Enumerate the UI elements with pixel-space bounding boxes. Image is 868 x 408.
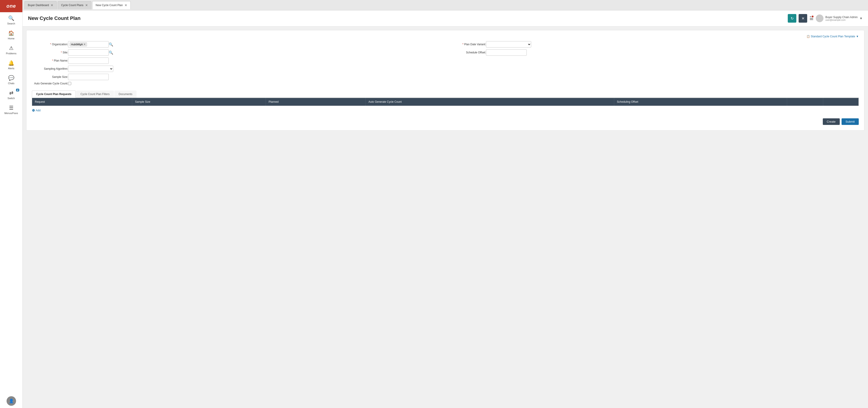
requests-table-container: Request Sample Size Planned Auto Generat… xyxy=(32,98,859,106)
sidebar-item-label-menus: Menus/Favs xyxy=(4,112,18,115)
template-link[interactable]: 📋 Standard Cycle Count Plan Template ▼ xyxy=(32,35,859,38)
content-area: 📋 Standard Cycle Count Plan Template ▼ *… xyxy=(23,27,868,408)
tab-label-buyer-dashboard: Buyer Dashboard xyxy=(28,4,49,7)
inner-tabs: Cycle Count Plan Requests Cycle Count Pl… xyxy=(32,90,859,98)
tab-close-cycle-count-plans[interactable]: ✕ xyxy=(85,3,88,7)
tab-label-cycle-count-plans: Cycle Count Plans xyxy=(61,4,84,7)
app-logo: one xyxy=(0,0,22,12)
notification-dot xyxy=(811,15,814,18)
site-label: * Site: xyxy=(32,51,68,54)
sample-size-input[interactable] xyxy=(68,74,109,80)
user-avatar-sidebar[interactable]: 👤 xyxy=(6,396,16,406)
plan-name-input[interactable] xyxy=(68,57,109,64)
hamburger-button[interactable]: ☰ xyxy=(809,16,813,21)
schedule-offset-input[interactable] xyxy=(486,49,527,56)
user-dropdown-button[interactable]: ▼ xyxy=(860,17,863,20)
bell-icon: 🔔 xyxy=(8,60,14,66)
org-tag-remove[interactable]: ✕ xyxy=(84,43,86,46)
site-required-star: * xyxy=(61,51,62,54)
site-search-button[interactable]: 🔍 xyxy=(109,51,113,55)
page-title: New Cycle Count Plan xyxy=(28,16,81,21)
col-scheduling-offset: Scheduling Offset xyxy=(614,98,787,106)
sidebar-item-label-search: Search xyxy=(7,22,15,25)
template-dropdown-icon: ▼ xyxy=(856,35,859,38)
pdv-required-star: * xyxy=(462,43,463,46)
sampling-algorithm-select[interactable] xyxy=(68,66,113,72)
tab-label-new-cycle-count-plan: New Cycle Count Plan xyxy=(96,4,123,7)
tab-cycle-count-plans[interactable]: Cycle Count Plans ✕ xyxy=(58,1,91,9)
organization-tag-input[interactable]: Hub6MfgA ✕ xyxy=(68,41,109,48)
sampling-algorithm-label: Sampling Algorithm: xyxy=(32,67,68,70)
organization-tag: Hub6MfgA ✕ xyxy=(70,42,87,47)
tab-documents[interactable]: Documents xyxy=(114,90,137,97)
col-auto-generate: Auto Generate Cycle Count xyxy=(366,98,614,106)
user-avatar-header xyxy=(816,14,824,22)
col-extra2 xyxy=(823,98,859,106)
sidebar-item-problems[interactable]: ⚠ Problems xyxy=(0,42,22,57)
plan-date-variant-label: * Plan Date Variant: xyxy=(450,43,486,46)
switch-icon: ⇄ xyxy=(9,90,13,96)
plan-date-variant-row: * Plan Date Variant: xyxy=(450,41,859,48)
sidebar-item-home[interactable]: 🏠 Home xyxy=(0,27,22,42)
col-extra1 xyxy=(787,98,823,106)
template-label: Standard Cycle Count Plan Template xyxy=(811,35,855,38)
tab-requests[interactable]: Cycle Count Plan Requests xyxy=(32,90,76,98)
col-planned: Planned xyxy=(266,98,366,106)
form-right: * Plan Date Variant: Schedule Offset: xyxy=(450,41,859,87)
sidebar-item-label-problems: Problems xyxy=(6,52,16,55)
add-label: Add xyxy=(36,109,40,112)
sidebar-item-chats[interactable]: 💬 Chats xyxy=(0,72,22,87)
auto-generate-checkbox[interactable] xyxy=(68,82,71,85)
user-name: Buyer Supply Chain Admin xyxy=(825,16,858,19)
col-sample-size: Sample Size xyxy=(132,98,266,106)
template-icon: 📋 xyxy=(807,35,810,38)
close-button[interactable]: ✕ xyxy=(799,14,807,23)
main-area: Buyer Dashboard ✕ Cycle Count Plans ✕ Ne… xyxy=(23,0,868,408)
sidebar-item-label-chats: Chats xyxy=(8,82,14,85)
site-input[interactable] xyxy=(68,49,109,56)
refresh-button[interactable]: ↻ xyxy=(788,14,796,23)
plan-name-row: * Plan Name: xyxy=(32,57,441,64)
schedule-offset-label: Schedule Offset: xyxy=(450,51,486,54)
tab-buyer-dashboard[interactable]: Buyer Dashboard ✕ xyxy=(24,1,57,9)
user-section: Buyer Supply Chain Admin user@example.co… xyxy=(816,14,863,22)
form-panel: 📋 Standard Cycle Count Plan Template ▼ *… xyxy=(26,30,864,130)
create-button[interactable]: Create xyxy=(823,118,840,125)
table-header: Request Sample Size Planned Auto Generat… xyxy=(32,98,859,106)
search-icon: 🔍 xyxy=(8,16,14,21)
user-email: user@example.com xyxy=(825,19,858,21)
add-link[interactable]: ⊕ Add xyxy=(32,106,859,115)
tab-close-new-cycle-count-plan[interactable]: ✕ xyxy=(125,3,127,7)
sample-size-row: Sample Size: xyxy=(32,74,441,80)
chat-icon: 💬 xyxy=(8,75,14,81)
switch-badge: ⇄ xyxy=(16,89,19,91)
plan-name-label: * Plan Name: xyxy=(32,59,68,62)
footer-actions: Create Submit xyxy=(32,115,859,125)
schedule-offset-row: Schedule Offset: xyxy=(450,49,859,56)
tab-bar: Buyer Dashboard ✕ Cycle Count Plans ✕ Ne… xyxy=(23,0,868,10)
sidebar-item-search[interactable]: 🔍 Search xyxy=(0,12,22,27)
requests-table: Request Sample Size Planned Auto Generat… xyxy=(32,98,859,106)
sidebar-item-label-alerts: Alerts xyxy=(8,67,14,70)
table-header-row: Request Sample Size Planned Auto Generat… xyxy=(32,98,859,106)
sidebar-item-menus[interactable]: ☰ Menus/Favs xyxy=(0,102,22,117)
header-actions: ↻ ✕ ☰ Buyer Supply Chain Admin user@exam… xyxy=(788,14,863,23)
page-header: New Cycle Count Plan ↻ ✕ ☰ Buyer Supply … xyxy=(23,10,868,27)
col-request: Request xyxy=(32,98,132,106)
user-info: Buyer Supply Chain Admin user@example.co… xyxy=(825,16,858,21)
plan-date-variant-select[interactable] xyxy=(486,41,531,48)
sampling-algorithm-row: Sampling Algorithm: xyxy=(32,66,441,72)
submit-button[interactable]: Submit xyxy=(842,118,859,125)
warning-icon: ⚠ xyxy=(9,45,13,51)
auto-generate-label: Auto Generate Cycle Count: xyxy=(32,82,68,85)
sidebar-item-alerts[interactable]: 🔔 Alerts xyxy=(0,57,22,72)
tab-new-cycle-count-plan[interactable]: New Cycle Count Plan ✕ xyxy=(92,1,131,9)
tab-close-buyer-dashboard[interactable]: ✕ xyxy=(51,3,53,7)
sidebar-item-switch[interactable]: ⇄ ⇄ Switch xyxy=(0,87,22,102)
tab-filters[interactable]: Cycle Count Plan Filters xyxy=(76,90,114,97)
home-icon: 🏠 xyxy=(8,30,14,36)
form-left: * Organization: Hub6MfgA ✕ 🔍 xyxy=(32,41,441,87)
organization-row: * Organization: Hub6MfgA ✕ 🔍 xyxy=(32,41,441,48)
org-required-star: * xyxy=(50,43,51,46)
organization-search-button[interactable]: 🔍 xyxy=(109,42,113,47)
